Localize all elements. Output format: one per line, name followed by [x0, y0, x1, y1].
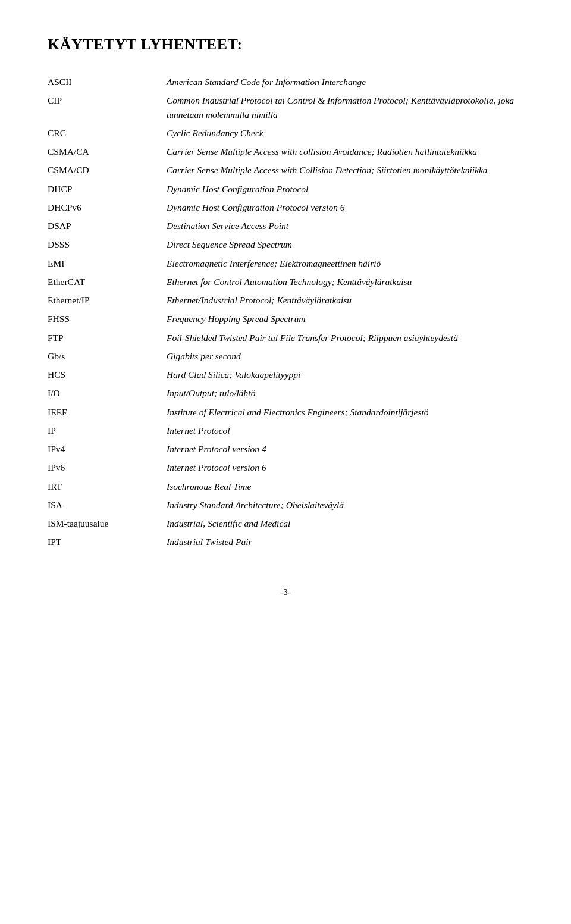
table-row: EtherCATEthernet for Control Automation …	[48, 272, 523, 291]
abbreviation-term: IPv6	[48, 458, 167, 477]
page-number: -3-	[48, 587, 523, 597]
abbreviation-definition: Cyclic Redundancy Check	[167, 124, 523, 142]
table-row: EMIElectromagnetic Interference; Elektro…	[48, 254, 523, 272]
abbreviation-term: CRC	[48, 124, 167, 142]
table-row: IPv4Internet Protocol version 4	[48, 440, 523, 458]
abbreviation-term: IPT	[48, 533, 167, 551]
table-row: CIPCommon Industrial Protocol tai Contro…	[48, 91, 523, 124]
table-row: DHCPv6Dynamic Host Configuration Protoco…	[48, 198, 523, 217]
abbreviation-definition: Industrial, Scientific and Medical	[167, 514, 523, 533]
table-row: ASCIIAmerican Standard Code for Informat…	[48, 73, 523, 91]
table-row: IPInternet Protocol	[48, 421, 523, 440]
abbreviation-definition: Common Industrial Protocol tai Control &…	[167, 91, 523, 124]
abbreviation-definition: Ethernet for Control Automation Technolo…	[167, 272, 523, 291]
table-row: IPv6Internet Protocol version 6	[48, 458, 523, 477]
abbreviation-definition: American Standard Code for Information I…	[167, 73, 523, 91]
abbreviation-definition: Industry Standard Architecture; Oheislai…	[167, 496, 523, 514]
abbreviation-term: DSSS	[48, 235, 167, 253]
table-row: I/OInput/Output; tulo/lähtö	[48, 384, 523, 402]
abbreviations-table: ASCIIAmerican Standard Code for Informat…	[48, 73, 523, 552]
abbreviation-definition: Industrial Twisted Pair	[167, 533, 523, 551]
abbreviation-definition: Institute of Electrical and Electronics …	[167, 403, 523, 421]
abbreviation-term: EtherCAT	[48, 272, 167, 291]
abbreviation-term: ISA	[48, 496, 167, 514]
abbreviation-term: FHSS	[48, 309, 167, 328]
table-row: IRTIsochronous Real Time	[48, 477, 523, 496]
abbreviation-term: CSMA/CA	[48, 142, 167, 161]
abbreviation-definition: Input/Output; tulo/lähtö	[167, 384, 523, 402]
table-row: Gb/sGigabits per second	[48, 347, 523, 365]
abbreviation-term: DSAP	[48, 217, 167, 235]
table-row: DSSSDirect Sequence Spread Spectrum	[48, 235, 523, 253]
abbreviation-definition: Direct Sequence Spread Spectrum	[167, 235, 523, 253]
abbreviation-definition: Dynamic Host Configuration Protocol	[167, 180, 523, 198]
abbreviation-term: CIP	[48, 91, 167, 124]
abbreviation-definition: Destination Service Access Point	[167, 217, 523, 235]
abbreviation-term: CSMA/CD	[48, 161, 167, 179]
table-row: HCSHard Clad Silica; Valokaapelityyppi	[48, 365, 523, 384]
abbreviation-definition: Ethernet/Industrial Protocol; Kenttäväyl…	[167, 291, 523, 309]
abbreviation-term: DHCP	[48, 180, 167, 198]
table-row: IPTIndustrial Twisted Pair	[48, 533, 523, 551]
abbreviation-definition: Internet Protocol	[167, 421, 523, 440]
abbreviation-term: HCS	[48, 365, 167, 384]
abbreviation-term: DHCPv6	[48, 198, 167, 217]
abbreviation-definition: Gigabits per second	[167, 347, 523, 365]
abbreviation-term: Ethernet/IP	[48, 291, 167, 309]
table-row: ISM-taajuusalueIndustrial, Scientific an…	[48, 514, 523, 533]
table-row: CSMA/CACarrier Sense Multiple Access wit…	[48, 142, 523, 161]
table-row: DSAPDestination Service Access Point	[48, 217, 523, 235]
abbreviation-definition: Carrier Sense Multiple Access with Colli…	[167, 161, 523, 179]
table-row: FHSSFrequency Hopping Spread Spectrum	[48, 309, 523, 328]
abbreviation-definition: Internet Protocol version 6	[167, 458, 523, 477]
table-row: IEEEInstitute of Electrical and Electron…	[48, 403, 523, 421]
abbreviation-term: ASCII	[48, 73, 167, 91]
page-title: KÄYTETYT LYHENTEET:	[48, 36, 523, 54]
abbreviation-term: I/O	[48, 384, 167, 402]
abbreviation-definition: Electromagnetic Interference; Elektromag…	[167, 254, 523, 272]
abbreviation-definition: Isochronous Real Time	[167, 477, 523, 496]
table-row: ISAIndustry Standard Architecture; Oheis…	[48, 496, 523, 514]
abbreviation-definition: Carrier Sense Multiple Access with colli…	[167, 142, 523, 161]
abbreviation-definition: Internet Protocol version 4	[167, 440, 523, 458]
table-row: FTPFoil-Shielded Twisted Pair tai File T…	[48, 328, 523, 347]
table-row: CRCCyclic Redundancy Check	[48, 124, 523, 142]
abbreviation-definition: Frequency Hopping Spread Spectrum	[167, 309, 523, 328]
abbreviation-term: ISM-taajuusalue	[48, 514, 167, 533]
abbreviation-term: IP	[48, 421, 167, 440]
abbreviation-term: IRT	[48, 477, 167, 496]
abbreviation-term: FTP	[48, 328, 167, 347]
table-row: Ethernet/IPEthernet/Industrial Protocol;…	[48, 291, 523, 309]
abbreviation-definition: Dynamic Host Configuration Protocol vers…	[167, 198, 523, 217]
abbreviation-term: IEEE	[48, 403, 167, 421]
abbreviation-definition: Hard Clad Silica; Valokaapelityyppi	[167, 365, 523, 384]
table-row: CSMA/CDCarrier Sense Multiple Access wit…	[48, 161, 523, 179]
abbreviation-term: IPv4	[48, 440, 167, 458]
abbreviation-term: Gb/s	[48, 347, 167, 365]
abbreviation-definition: Foil-Shielded Twisted Pair tai File Tran…	[167, 328, 523, 347]
abbreviation-term: EMI	[48, 254, 167, 272]
table-row: DHCPDynamic Host Configuration Protocol	[48, 180, 523, 198]
